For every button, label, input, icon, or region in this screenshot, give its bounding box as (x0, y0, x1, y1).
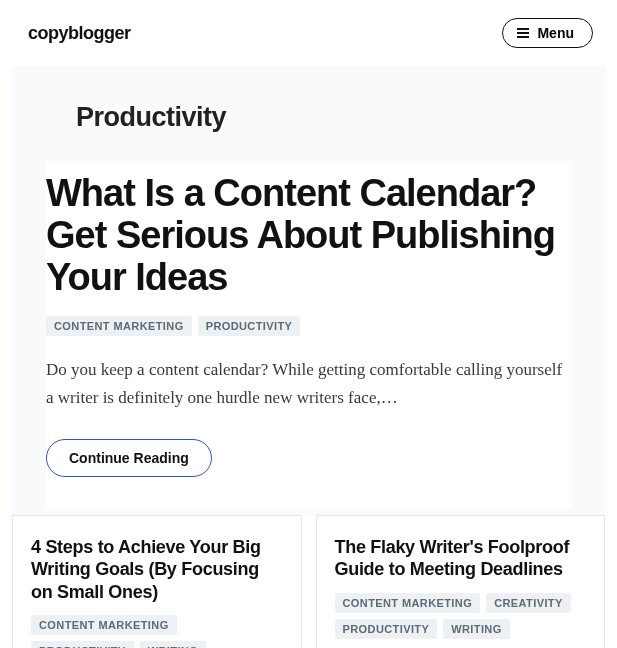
site-logo[interactable]: copyblogger (28, 23, 131, 44)
card-title[interactable]: 4 Steps to Achieve Your Big Writing Goal… (31, 536, 283, 604)
feature-article: What Is a Content Calendar? Get Serious … (46, 161, 571, 509)
site-header: copyblogger Menu (0, 0, 617, 66)
article-card[interactable]: The Flaky Writer's Foolproof Guide to Me… (316, 515, 606, 648)
tag[interactable]: PRODUCTIVITY (31, 641, 134, 648)
card-tags: CONTENT MARKETING CREATIVITY PRODUCTIVIT… (335, 593, 587, 639)
tag[interactable]: WRITING (443, 619, 509, 639)
hamburger-icon (517, 28, 529, 38)
card-title[interactable]: The Flaky Writer's Foolproof Guide to Me… (335, 536, 587, 581)
feature-tags: CONTENT MARKETING PRODUCTIVITY (46, 316, 571, 336)
menu-button[interactable]: Menu (502, 18, 593, 48)
menu-label: Menu (537, 25, 574, 41)
tag[interactable]: CONTENT MARKETING (31, 615, 177, 635)
feature-excerpt: Do you keep a content calendar? While ge… (46, 356, 571, 410)
article-grid: 4 Steps to Achieve Your Big Writing Goal… (0, 515, 617, 648)
tag[interactable]: CONTENT MARKETING (335, 593, 481, 613)
tag[interactable]: CONTENT MARKETING (46, 316, 192, 336)
tag[interactable]: PRODUCTIVITY (335, 619, 438, 639)
tag[interactable]: CREATIVITY (486, 593, 571, 613)
feature-title[interactable]: What Is a Content Calendar? Get Serious … (46, 173, 571, 316)
card-tags: CONTENT MARKETING PRODUCTIVITY WRITING (31, 615, 283, 648)
tag[interactable]: WRITING (140, 641, 206, 648)
article-card[interactable]: 4 Steps to Achieve Your Big Writing Goal… (12, 515, 302, 648)
category-section: Productivity What Is a Content Calendar?… (12, 66, 605, 515)
continue-reading-button[interactable]: Continue Reading (46, 439, 212, 477)
tag[interactable]: PRODUCTIVITY (198, 316, 301, 336)
category-title: Productivity (46, 102, 571, 161)
